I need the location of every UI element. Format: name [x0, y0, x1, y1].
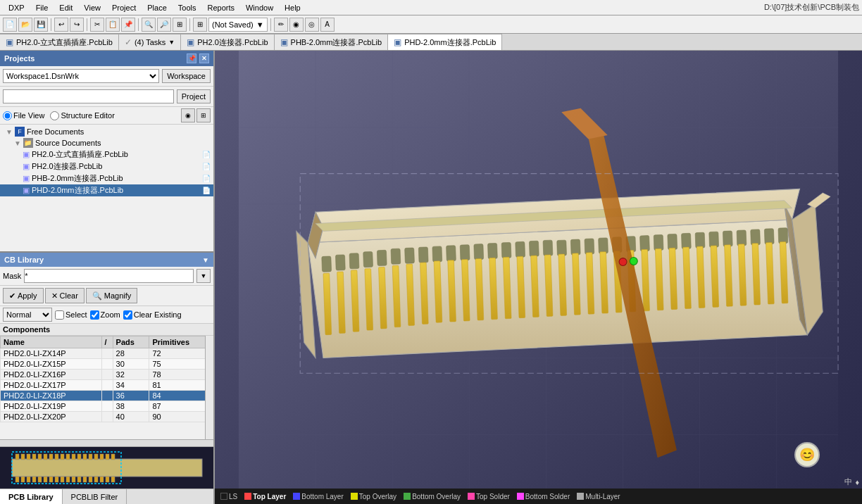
tree-file-3[interactable]: ▣ PHD-2.0mm连接器.PcbLib 📄: [0, 184, 213, 196]
toolbar-undo[interactable]: ↩: [54, 18, 68, 32]
normal-select[interactable]: Normal: [3, 308, 52, 322]
lang-area: 中 ♦: [844, 477, 859, 487]
zoom-checkbox-label[interactable]: Zoom: [90, 310, 120, 320]
table-scrollbar[interactable]: [205, 336, 213, 439]
cb-library-arrow[interactable]: ▼: [202, 256, 209, 264]
layer-bottom-overlay[interactable]: Bottom Overlay: [401, 493, 463, 500]
close-icon[interactable]: ✕: [199, 53, 209, 63]
mask-input[interactable]: [24, 269, 194, 283]
svg-rect-84: [709, 232, 719, 247]
svg-rect-33: [94, 477, 98, 482]
toolbar-paste[interactable]: 📌: [121, 18, 135, 32]
tab-3[interactable]: ▣ PHB-2.0mm连接器.PcbLib: [275, 34, 389, 51]
layer-multi[interactable]: Multi-Layer: [574, 493, 623, 500]
table-row[interactable]: PHD2.0-LI-ZX17P 34 81: [1, 380, 213, 391]
toolbar-new[interactable]: 📄: [3, 18, 17, 32]
bottom-tab-0[interactable]: PCB Library: [0, 489, 63, 504]
table-row[interactable]: PHD2.0-LI-ZX16P 32 78: [1, 370, 213, 380]
toolbar-save[interactable]: 💾: [34, 18, 48, 32]
svg-rect-7: [49, 454, 53, 460]
project-button[interactable]: Project: [177, 89, 211, 103]
layer-bar: LS Top Layer Bottom Layer Top Overlay Bo…: [215, 489, 862, 504]
clear-existing-checkbox-label[interactable]: Clear Existing: [123, 310, 182, 320]
layer-top-solder[interactable]: Top Solder: [465, 493, 513, 500]
select-checkbox-label[interactable]: Select: [55, 310, 87, 320]
menu-tools[interactable]: Tools: [173, 2, 202, 13]
apply-button[interactable]: ✔ Apply: [3, 288, 44, 303]
h-scrollbar[interactable]: [0, 439, 213, 446]
toolbar-3d-3[interactable]: A: [320, 18, 335, 32]
menu-help[interactable]: Help: [279, 2, 306, 13]
menu-edit[interactable]: Edit: [54, 2, 78, 13]
toolbar-grid[interactable]: ⊞: [193, 18, 207, 32]
workspace-select[interactable]: Workspace1.DsnWrk: [3, 69, 159, 83]
tree-source-documents[interactable]: ▼ 📁 Source Documents: [0, 137, 213, 149]
cell-pads: 30: [113, 359, 149, 370]
project-search[interactable]: [3, 89, 174, 103]
clear-button[interactable]: ✕ Clear: [45, 288, 85, 303]
table-row[interactable]: PHD2.0-LI-ZX15P 30 75: [1, 359, 213, 370]
file-view-radio[interactable]: File View: [3, 111, 44, 120]
mask-dropdown[interactable]: ▼: [196, 269, 211, 283]
table-row[interactable]: PHD2.0-LI-ZX18P 36 84: [1, 391, 213, 401]
menu-project[interactable]: Project: [106, 2, 142, 13]
toolbar-zoomfit[interactable]: ⊞: [173, 18, 187, 32]
toolbar-zoomout[interactable]: 🔎: [157, 18, 171, 32]
toolbar-3d-2[interactable]: ◎: [305, 18, 319, 32]
view-icon-2[interactable]: ⊞: [196, 108, 211, 122]
tab-0[interactable]: ▣ PH2.0-立式直插插座.PcbLib: [0, 34, 119, 51]
help-circle[interactable]: 😊: [794, 442, 820, 467]
menu-reports[interactable]: Reports: [201, 2, 240, 13]
tree-free-documents[interactable]: ▼ F Free Documents: [0, 126, 213, 137]
structure-editor-radio[interactable]: Structure Editor: [50, 111, 114, 120]
layer-top-overlay[interactable]: Top Overlay: [348, 493, 399, 500]
tree-file-2[interactable]: ▣ PHB-2.0mm连接器.PcbLib 📄: [0, 172, 213, 184]
toolbar-copy[interactable]: 📋: [106, 18, 120, 32]
table-row[interactable]: PHD2.0-LI-ZX19P 38 87: [1, 401, 213, 412]
toolbar-notsaved[interactable]: (Not Saved) ▼: [208, 18, 268, 32]
table-row[interactable]: PHD2.0-LI-ZX20P 40 90: [1, 412, 213, 422]
toolbar-cut[interactable]: ✂: [90, 18, 104, 32]
tab-1[interactable]: ✓ (4) Tasks ▼: [119, 34, 181, 51]
clear-existing-checkbox[interactable]: [123, 310, 132, 320]
tab-4[interactable]: ▣ PHD-2.0mm连接器.PcbLib: [388, 34, 502, 51]
tab-2[interactable]: ▣ PH2.0连接器.PcbLib: [181, 34, 274, 51]
select-checkbox[interactable]: [55, 310, 64, 320]
layer-bottom-color: [293, 493, 300, 500]
tree-file-0[interactable]: ▣ PH2.0-立式直插插座.PcbLib 📄: [0, 149, 213, 160]
toolbar-redo[interactable]: ↪: [70, 18, 84, 32]
menu-place[interactable]: Place: [142, 2, 173, 13]
workspace-button[interactable]: Workspace: [162, 69, 211, 83]
menu-file[interactable]: File: [30, 2, 54, 13]
file-view-input[interactable]: [3, 111, 12, 120]
panel-header-icons: 📌 ✕: [187, 53, 209, 63]
table-row[interactable]: PHD2.0-LI-ZX14P 28 72: [1, 348, 213, 359]
layer-ls[interactable]: LS: [218, 493, 240, 500]
viewport[interactable]: 😊 中 ♦: [215, 51, 862, 489]
layer-top[interactable]: Top Layer: [242, 493, 289, 500]
structure-editor-label: Structure Editor: [61, 111, 114, 120]
bottom-tab-1[interactable]: PCBLIB Filter: [63, 489, 127, 504]
menu-view[interactable]: View: [78, 2, 106, 13]
pin-icon[interactable]: 📌: [187, 53, 196, 63]
zoom-checkbox[interactable]: [90, 310, 99, 320]
toolbar-pencil[interactable]: ✏: [274, 18, 288, 32]
toolbar-open[interactable]: 📂: [18, 18, 32, 32]
layer-bottom[interactable]: Bottom Layer: [290, 493, 346, 500]
toolbar-3d-1[interactable]: ◉: [289, 18, 304, 32]
menu-window[interactable]: Window: [240, 2, 279, 13]
toolbar-sep-1: [51, 18, 51, 31]
toolbar-zoomin[interactable]: 🔍: [142, 18, 156, 32]
structure-editor-input[interactable]: [50, 111, 59, 120]
menu-dxp[interactable]: DXP: [3, 2, 30, 13]
col-name: Name: [1, 336, 102, 348]
view-icon-1[interactable]: ◉: [181, 108, 195, 122]
layer-bottom-solder[interactable]: Bottom Solder: [514, 493, 573, 500]
svg-rect-10: [66, 454, 70, 460]
tab-0-label: PH2.0-立式直插插座.PcbLib: [16, 37, 113, 48]
col-slash: /: [101, 336, 113, 348]
tree-file-1[interactable]: ▣ PH2.0连接器.PcbLib 📄: [0, 160, 213, 172]
magnify-button[interactable]: 🔍 Magnify: [86, 288, 138, 303]
svg-rect-15: [94, 454, 98, 460]
components-table[interactable]: Name / Pads Primitives PHD2.0-LI-ZX14P 2…: [0, 336, 213, 439]
